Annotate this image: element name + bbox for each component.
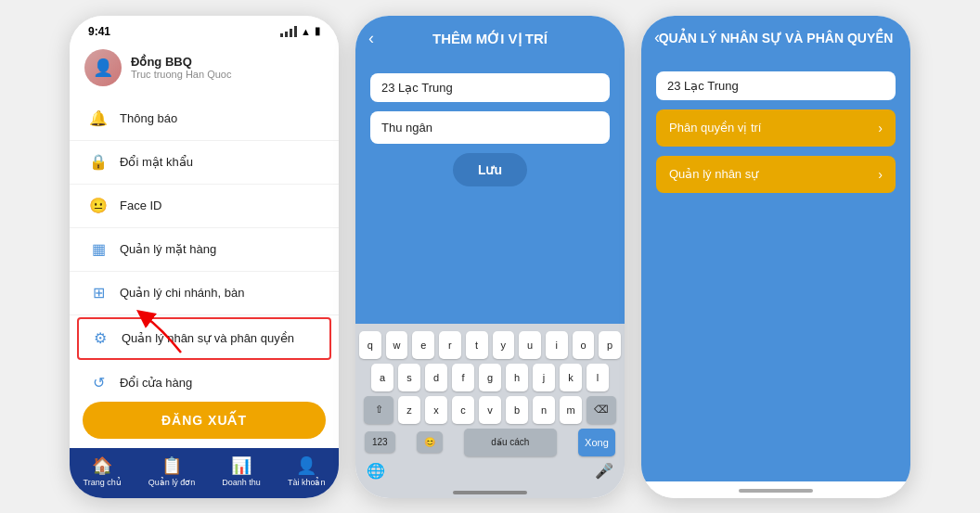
key-numbers[interactable]: 123 bbox=[365, 431, 395, 453]
staff-icon: ⚙ bbox=[90, 328, 110, 349]
p3-option-staff-label: Quản lý nhân sự bbox=[669, 167, 758, 181]
user-name: Đồng BBQ bbox=[131, 55, 231, 69]
home-bar bbox=[453, 491, 527, 494]
menu-products-label: Quản lý mặt hàng bbox=[120, 242, 216, 256]
key-h[interactable]: h bbox=[506, 364, 528, 391]
key-x[interactable]: x bbox=[425, 396, 447, 424]
notifications-icon: 🔔 bbox=[88, 109, 109, 129]
key-r[interactable]: r bbox=[439, 331, 461, 359]
key-l[interactable]: l bbox=[587, 364, 609, 391]
signal-icon bbox=[280, 26, 297, 37]
face-id-icon: 😐 bbox=[88, 196, 109, 216]
store-icon: ↺ bbox=[88, 373, 109, 392]
menu-faceid-label: Face ID bbox=[120, 199, 162, 212]
menu-item-branches[interactable]: ⊞ Quản lý chi nhánh, bàn bbox=[70, 272, 339, 315]
key-delete[interactable]: ⌫ bbox=[587, 396, 616, 424]
p3-home-indicator bbox=[641, 481, 910, 498]
status-bar: 9:41 ▲ ▮ bbox=[70, 16, 339, 42]
chevron-right-icon: › bbox=[878, 121, 883, 135]
menu-item-notifications[interactable]: 🔔 Thông báo bbox=[70, 97, 339, 141]
p3-back-button[interactable]: ‹ bbox=[654, 28, 660, 47]
keyboard-row-2: a s d f g h j k l bbox=[359, 364, 621, 391]
nav-account-label: Tài khoản bbox=[288, 478, 326, 487]
menu-staff-label: Quản lý nhân sự và phân quyền bbox=[122, 331, 294, 345]
key-v[interactable]: v bbox=[479, 396, 501, 424]
key-space[interactable]: dấu cách bbox=[464, 429, 557, 456]
key-y[interactable]: y bbox=[493, 331, 515, 359]
battery-icon: ▮ bbox=[315, 25, 320, 37]
key-mic[interactable]: 🎤 bbox=[595, 462, 613, 480]
profile-section: 👤 Đồng BBQ Truc truong Han Quoc bbox=[70, 42, 339, 97]
p2-save-button[interactable]: Lưu bbox=[453, 153, 527, 186]
chevron-right-icon-2: › bbox=[878, 167, 883, 182]
p3-option-staff[interactable]: Quản lý nhân sự › bbox=[656, 156, 896, 193]
phone-2: ‹ THÊM MỚI VỊ TRÍ 23 Lạc Trung Thu ngân … bbox=[355, 16, 625, 498]
key-n[interactable]: n bbox=[533, 396, 555, 424]
key-j[interactable]: j bbox=[533, 364, 555, 391]
p2-input-field[interactable]: Thu ngân bbox=[370, 111, 610, 144]
phone-3: ‹ QUẢN LÝ NHÂN SỰ VÀ PHÂN QUYỀN 23 Lạc T… bbox=[641, 16, 910, 498]
p3-location: 23 Lạc Trung bbox=[656, 71, 896, 100]
keyboard-row-3: ⇧ z x c v b n m ⌫ bbox=[359, 396, 621, 424]
status-icons: ▲ ▮ bbox=[280, 25, 320, 37]
menu-store-label: Đổi cửa hàng bbox=[120, 376, 192, 390]
key-t[interactable]: t bbox=[466, 331, 488, 359]
key-a[interactable]: a bbox=[371, 364, 393, 391]
menu: 🔔 Thông báo 🔒 Đổi mật khẩu 😐 Face ID ▦ Q… bbox=[70, 97, 339, 392]
menu-password-label: Đổi mật khẩu bbox=[120, 155, 193, 169]
menu-item-change-password[interactable]: 🔒 Đổi mật khẩu bbox=[70, 141, 339, 185]
p3-header: ‹ QUẢN LÝ NHÂN SỰ VÀ PHÂN QUYỀN bbox=[641, 16, 910, 60]
home-indicator bbox=[355, 485, 625, 498]
p2-back-button[interactable]: ‹ bbox=[368, 29, 374, 48]
p3-home-bar bbox=[739, 489, 813, 493]
p3-option-permissions-label: Phân quyền vị trí bbox=[669, 121, 761, 135]
key-d[interactable]: d bbox=[425, 364, 447, 391]
nav-orders-label: Quản lý đơn bbox=[148, 478, 196, 487]
key-k[interactable]: k bbox=[560, 364, 582, 391]
p3-option-permissions[interactable]: Phân quyền vị trí › bbox=[656, 109, 896, 147]
revenue-nav-icon: 📊 bbox=[231, 455, 251, 476]
menu-item-face-id[interactable]: 😐 Face ID bbox=[70, 185, 339, 228]
key-g[interactable]: g bbox=[479, 364, 501, 391]
menu-branches-label: Quản lý chi nhánh, bàn bbox=[120, 286, 244, 300]
key-b[interactable]: b bbox=[506, 396, 528, 424]
keyboard-row-1: q w e r t y u i o p bbox=[359, 331, 621, 359]
nav-item-orders[interactable]: 📋 Quản lý đơn bbox=[148, 455, 196, 487]
menu-item-staff[interactable]: ⚙ Quản lý nhân sự và phân quyền bbox=[77, 317, 331, 360]
key-f[interactable]: f bbox=[452, 364, 474, 391]
key-e[interactable]: e bbox=[412, 331, 434, 359]
key-o[interactable]: o bbox=[573, 331, 595, 359]
orders-nav-icon: 📋 bbox=[161, 455, 182, 476]
time: 9:41 bbox=[88, 25, 110, 38]
wifi-icon: ▲ bbox=[301, 26, 311, 37]
user-subtitle: Truc truong Han Quoc bbox=[131, 69, 231, 80]
nav-item-account[interactable]: 👤 Tài khoản bbox=[288, 455, 326, 487]
key-done[interactable]: Xong bbox=[578, 429, 615, 456]
key-globe[interactable]: 🌐 bbox=[367, 462, 385, 480]
p2-body: 23 Lạc Trung Thu ngân Lưu bbox=[355, 62, 625, 324]
home-nav-icon: 🏠 bbox=[92, 455, 112, 476]
nav-item-revenue[interactable]: 📊 Doanh thu bbox=[222, 455, 261, 487]
key-c[interactable]: c bbox=[452, 396, 474, 424]
key-i[interactable]: i bbox=[546, 331, 568, 359]
branches-icon: ⊞ bbox=[88, 283, 109, 303]
lock-icon: 🔒 bbox=[88, 152, 109, 173]
p3-title: QUẢN LÝ NHÂN SỰ VÀ PHÂN QUYỀN bbox=[659, 31, 894, 45]
menu-item-store[interactable]: ↺ Đổi cửa hàng bbox=[70, 362, 339, 392]
phone-1: 9:41 ▲ ▮ 👤 Đồng BBQ Truc truong Han Quoc… bbox=[70, 16, 339, 498]
key-q[interactable]: q bbox=[359, 331, 381, 359]
key-u[interactable]: u bbox=[519, 331, 541, 359]
key-p[interactable]: p bbox=[599, 331, 621, 359]
logout-button[interactable]: ĐĂNG XUẤT bbox=[83, 402, 326, 439]
key-m[interactable]: m bbox=[560, 396, 582, 424]
key-shift[interactable]: ⇧ bbox=[364, 396, 393, 424]
key-s[interactable]: s bbox=[398, 364, 420, 391]
key-z[interactable]: z bbox=[398, 396, 420, 424]
menu-notifications-label: Thông báo bbox=[120, 111, 177, 125]
nav-item-home[interactable]: 🏠 Trang chủ bbox=[84, 455, 122, 487]
key-w[interactable]: w bbox=[386, 331, 408, 359]
key-emoji[interactable]: 😊 bbox=[417, 431, 443, 453]
p2-location: 23 Lạc Trung bbox=[370, 73, 610, 102]
nav-home-label: Trang chủ bbox=[84, 478, 122, 487]
menu-item-products[interactable]: ▦ Quản lý mặt hàng bbox=[70, 228, 339, 272]
